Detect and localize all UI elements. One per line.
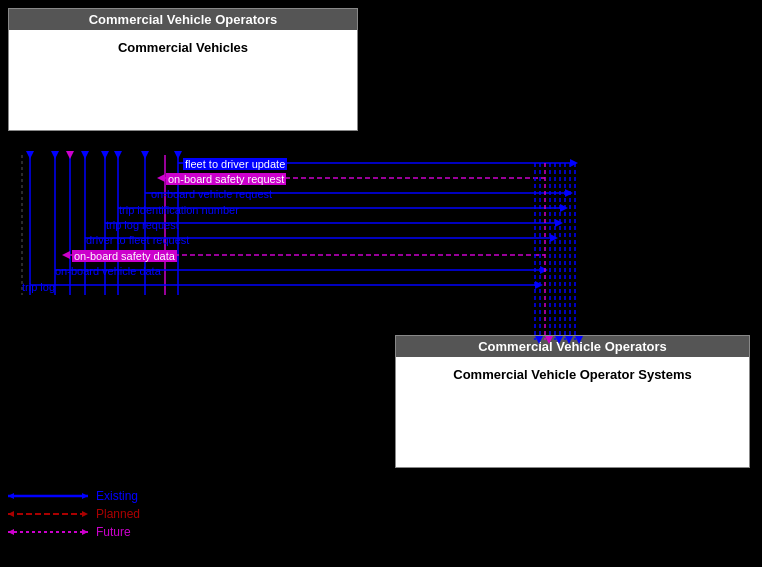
label-onboard-vehicle-data: on-board vehicle data bbox=[55, 265, 161, 277]
svg-marker-41 bbox=[26, 151, 34, 159]
legend-planned-line bbox=[8, 510, 88, 518]
label-trip-id-number: trip identification number bbox=[119, 204, 239, 216]
label-onboard-vehicle-req: on-board vehicle request bbox=[151, 188, 272, 200]
svg-marker-43 bbox=[66, 151, 74, 159]
legend-existing-label: Existing bbox=[96, 489, 138, 503]
label-onboard-safety-req: on-board safety request bbox=[166, 173, 286, 185]
svg-marker-44 bbox=[81, 151, 89, 159]
svg-marker-52 bbox=[8, 493, 14, 499]
svg-marker-55 bbox=[8, 511, 14, 517]
cvo-systems-body: Commercial Vehicle Operator Systems bbox=[396, 357, 749, 467]
svg-marker-16 bbox=[555, 219, 563, 227]
svg-marker-24 bbox=[157, 174, 165, 182]
svg-marker-14 bbox=[560, 204, 568, 212]
legend-existing-line bbox=[8, 492, 88, 500]
svg-marker-57 bbox=[82, 529, 88, 535]
label-trip-log: trip log bbox=[22, 281, 55, 293]
svg-marker-47 bbox=[141, 151, 149, 159]
diagram-container: Commercial Vehicle Operators Commercial … bbox=[0, 0, 762, 567]
svg-marker-51 bbox=[82, 493, 88, 499]
legend-future-line bbox=[8, 528, 88, 536]
legend-existing: Existing bbox=[8, 489, 140, 503]
svg-marker-54 bbox=[82, 511, 88, 517]
commercial-vehicles-header: Commercial Vehicle Operators bbox=[9, 9, 357, 30]
commercial-vehicles-box: Commercial Vehicle Operators Commercial … bbox=[8, 8, 358, 131]
legend-future: Future bbox=[8, 525, 140, 539]
svg-marker-22 bbox=[535, 281, 543, 289]
svg-marker-46 bbox=[114, 151, 122, 159]
svg-marker-10 bbox=[570, 159, 578, 167]
svg-marker-20 bbox=[540, 266, 548, 274]
label-onboard-safety-data: on-board safety data bbox=[72, 250, 177, 262]
svg-marker-45 bbox=[101, 151, 109, 159]
legend-planned-label: Planned bbox=[96, 507, 140, 521]
label-fleet-to-driver: fleet to driver update bbox=[183, 158, 287, 170]
svg-marker-42 bbox=[51, 151, 59, 159]
svg-marker-18 bbox=[550, 234, 558, 242]
label-driver-to-fleet: driver to fleet request bbox=[86, 234, 189, 246]
legend: Existing Planned Future bbox=[8, 489, 140, 539]
svg-marker-48 bbox=[174, 151, 182, 159]
cvo-systems-header: Commercial Vehicle Operators bbox=[396, 336, 749, 357]
cvo-systems-box: Commercial Vehicle Operators Commercial … bbox=[395, 335, 750, 468]
svg-marker-12 bbox=[565, 189, 573, 197]
commercial-vehicles-body: Commercial Vehicles bbox=[9, 30, 357, 130]
svg-marker-26 bbox=[62, 251, 70, 259]
label-trip-log-request: trip log request bbox=[106, 219, 179, 231]
svg-marker-58 bbox=[8, 529, 14, 535]
legend-future-label: Future bbox=[96, 525, 131, 539]
legend-planned: Planned bbox=[8, 507, 140, 521]
